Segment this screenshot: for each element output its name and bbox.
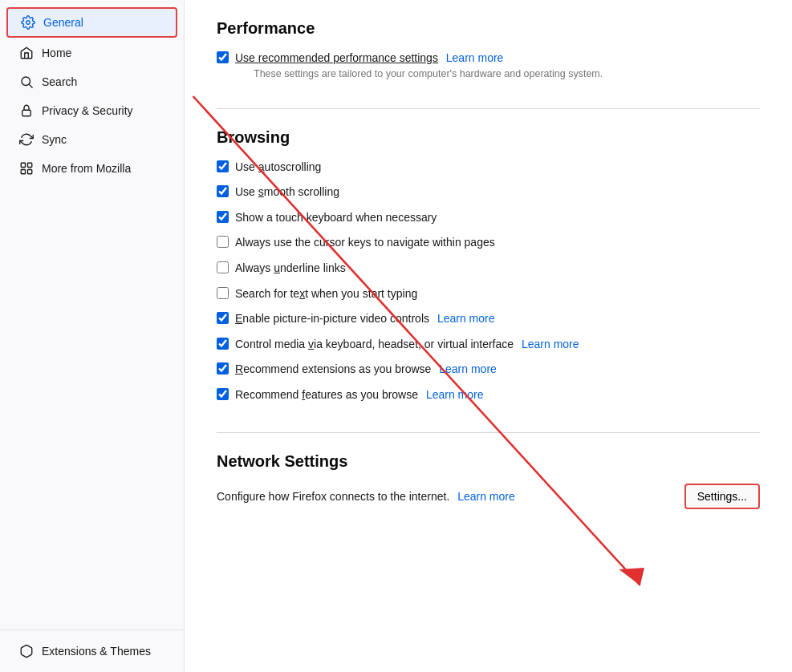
browsing-recommend-features-row: Recommend features as you browse Learn m…	[217, 387, 760, 403]
touch-keyboard-checkbox[interactable]	[217, 211, 229, 223]
svg-rect-4	[21, 163, 25, 167]
sidebar-item-home[interactable]: Home	[6, 39, 177, 67]
search-text-checkbox[interactable]	[217, 287, 229, 299]
recommend-ext-checkbox[interactable]	[217, 362, 229, 374]
svg-rect-6	[21, 170, 25, 174]
svg-line-2	[29, 84, 32, 87]
recommend-ext-label: Recommend extensions as you browse Learn…	[235, 362, 497, 378]
sidebar-item-label: Search	[42, 75, 77, 88]
browsing-autoscrolling-row: Use autoscrolling	[217, 160, 760, 176]
lock-icon	[19, 103, 34, 118]
sidebar-item-label: Extensions & Themes	[42, 645, 151, 658]
sidebar-item-sync[interactable]: Sync	[6, 126, 177, 153]
browsing-search-text-row: Search for text when you start typing	[217, 286, 760, 302]
browsing-touch-keyboard-row: Show a touch keyboard when necessary	[217, 210, 760, 226]
sidebar-item-label: Home	[42, 47, 71, 59]
sidebar-item-label: More from Mozilla	[42, 162, 131, 175]
sidebar-item-label: Sync	[42, 133, 67, 146]
network-learn-more-link[interactable]: Learn more	[457, 490, 515, 503]
network-title: Network Settings	[217, 452, 760, 471]
home-icon	[19, 46, 34, 60]
pip-label: Enable picture-in-picture video controls…	[235, 311, 495, 327]
main-content: Performance Use recommended performance …	[185, 0, 792, 672]
gear-icon	[21, 15, 35, 30]
extensions-icon	[19, 644, 34, 658]
cursor-keys-checkbox[interactable]	[217, 236, 229, 248]
cursor-keys-label: Always use the cursor keys to navigate w…	[235, 235, 495, 251]
performance-sub-text: These settings are tailored to your comp…	[254, 68, 603, 79]
svg-point-1	[22, 77, 30, 86]
browsing-media-keys-row: Control media via keyboard, headset, or …	[217, 337, 760, 353]
network-header-row: Configure how Firefox connects to the in…	[217, 484, 760, 509]
touch-keyboard-label: Show a touch keyboard when necessary	[235, 210, 437, 226]
browsing-recommend-ext-row: Recommend extensions as you browse Learn…	[217, 362, 760, 378]
autoscrolling-label: Use autoscrolling	[235, 160, 321, 176]
browsing-title: Browsing	[217, 128, 760, 147]
media-keys-label: Control media via keyboard, headset, or …	[235, 337, 579, 353]
media-keys-checkbox[interactable]	[217, 338, 229, 350]
browsing-cursor-keys-row: Always use the cursor keys to navigate w…	[217, 235, 760, 251]
underline-links-label: Always underline links	[235, 261, 346, 277]
sidebar-bottom: Extensions & Themes	[0, 629, 184, 666]
svg-point-0	[26, 21, 30, 25]
browsing-pip-row: Enable picture-in-picture video controls…	[217, 311, 760, 327]
pip-checkbox[interactable]	[217, 312, 229, 324]
svg-rect-5	[28, 163, 32, 167]
browsing-section: Browsing Use autoscrolling Use smooth sc…	[217, 109, 760, 433]
smooth-scrolling-label: Use smooth scrolling	[235, 184, 339, 200]
recommend-ext-learn-more-link[interactable]: Learn more	[439, 362, 497, 375]
network-settings-button[interactable]: Settings...	[684, 484, 760, 509]
recommend-features-label: Recommend features as you browse Learn m…	[235, 387, 484, 403]
sidebar-item-privacy[interactable]: Privacy & Security	[6, 97, 177, 124]
sidebar-item-search[interactable]: Search	[6, 68, 177, 95]
sidebar-item-general[interactable]: General	[6, 7, 177, 38]
recommend-features-learn-more-link[interactable]: Learn more	[426, 388, 484, 401]
sync-icon	[19, 132, 34, 147]
smooth-scrolling-checkbox[interactable]	[217, 185, 229, 197]
underline-links-checkbox[interactable]	[217, 261, 229, 273]
mozilla-icon	[19, 161, 34, 176]
svg-rect-7	[28, 170, 32, 174]
performance-learn-more-link[interactable]: Learn more	[446, 51, 504, 64]
sidebar-item-label: General	[43, 16, 83, 29]
performance-section: Performance Use recommended performance …	[217, 0, 760, 109]
network-section: Network Settings Configure how Firefox c…	[217, 433, 760, 528]
sidebar-item-label: Privacy & Security	[42, 104, 133, 117]
sidebar-item-mozilla[interactable]: More from Mozilla	[6, 155, 177, 182]
autoscrolling-checkbox[interactable]	[217, 160, 229, 172]
performance-recommended-row: Use recommended performance settings Lea…	[217, 51, 760, 79]
recommend-features-checkbox[interactable]	[217, 388, 229, 400]
browsing-underline-links-row: Always underline links	[217, 261, 760, 277]
sidebar: General Home Search Privacy & Security S…	[0, 0, 185, 672]
browsing-smooth-row: Use smooth scrolling	[217, 184, 760, 200]
performance-recommended-label: Use recommended performance settings	[235, 51, 441, 64]
network-description: Configure how Firefox connects to the in…	[217, 490, 668, 503]
media-keys-learn-more-link[interactable]: Learn more	[522, 338, 579, 350]
svg-marker-9	[619, 568, 644, 585]
search-icon	[19, 75, 34, 89]
sidebar-item-extensions[interactable]: Extensions & Themes	[6, 638, 177, 665]
search-text-label: Search for text when you start typing	[235, 286, 417, 302]
performance-recommended-checkbox[interactable]	[217, 51, 229, 63]
pip-learn-more-link[interactable]: Learn more	[437, 312, 495, 325]
svg-rect-3	[22, 110, 31, 116]
performance-title: Performance	[217, 19, 760, 38]
